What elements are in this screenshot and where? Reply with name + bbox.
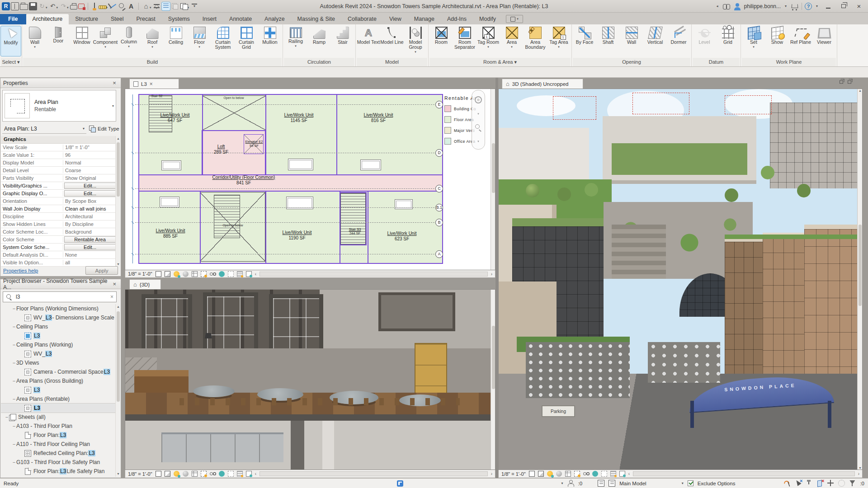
- type-dropdown-chevron-icon[interactable]: ▾: [112, 104, 114, 108]
- property-row-visibility-graphics[interactable]: Visibility/Graphics ...Edit...: [1, 182, 117, 190]
- zoom-icon[interactable]: [475, 124, 482, 131]
- grid-bubble-b-1[interactable]: B.1: [435, 204, 443, 211]
- properties-help-link[interactable]: Properties help: [3, 268, 38, 273]
- redo-icon[interactable]: ↷: [59, 2, 67, 10]
- browser-item-g103-third-floor-life-safety-plan[interactable]: −G103 - Third Floor Life Safety Plan: [1, 458, 115, 467]
- ribbon-button-work-plane-viewer[interactable]: Viewer: [812, 25, 836, 57]
- sun-settings-icon[interactable]: [174, 271, 179, 277]
- property-edit-button[interactable]: Rentable Area: [64, 236, 116, 243]
- room-label-live-work-unit-647-sf[interactable]: Live/Work Unit647 SF: [160, 113, 190, 123]
- reveal-constraints-icon[interactable]: [619, 471, 625, 477]
- ribbon-button-room-area-area[interactable]: Area▾: [500, 25, 524, 57]
- property-row-display-model[interactable]: Display ModelNormal: [1, 159, 117, 167]
- navigation-bar[interactable]: ▾ ▾: [472, 90, 485, 150]
- ribbon-button-datum-level[interactable]: Level: [693, 25, 716, 57]
- property-row-parts-visibility[interactable]: Parts VisibilityShow Original: [1, 174, 117, 182]
- browser-item-camera-commercial-space-l3[interactable]: Camera - Commercial Space L3: [1, 367, 115, 376]
- property-edit-button[interactable]: Edit...: [64, 183, 116, 189]
- property-value[interactable]: By Scope Box: [63, 198, 117, 204]
- save-icon[interactable]: [29, 2, 37, 10]
- property-row-wall-join-display[interactable]: Wall Join DisplayClean all wall joins: [1, 205, 117, 213]
- browser-item-3d-views[interactable]: −3D Views: [1, 358, 115, 367]
- property-row-graphic-display-o[interactable]: Graphic Display O...Edit...: [1, 190, 117, 197]
- panel-label-work-plane[interactable]: Work Plane: [742, 58, 836, 66]
- browser-search-box[interactable]: l3 ×: [3, 291, 117, 302]
- visual-style-icon[interactable]: [165, 271, 170, 277]
- scroll-right-icon[interactable]: ›: [491, 272, 492, 277]
- print-setup-icon[interactable]: [78, 4, 85, 9]
- customize-qat-icon[interactable]: ▾: [190, 2, 198, 10]
- crop-view-icon[interactable]: [192, 471, 198, 477]
- ribbon-button-opening-wall[interactable]: Wall: [620, 25, 643, 57]
- ribbon-button-work-plane-ref-plane[interactable]: Ref Plane: [789, 25, 812, 57]
- grid-bubble-c[interactable]: C: [435, 185, 443, 192]
- collapse-icon[interactable]: −: [12, 360, 16, 366]
- ribbon-button-build-ceiling[interactable]: Ceiling: [164, 25, 188, 57]
- selection-set-icon[interactable]: [838, 480, 845, 487]
- close-inactive-icon[interactable]: [171, 2, 179, 10]
- ribbon-button-opening-by-face[interactable]: By Face: [573, 25, 596, 57]
- ribbon-button-work-plane-set[interactable]: Set▾: [742, 25, 765, 57]
- temporary-hide-isolate-icon[interactable]: [219, 471, 225, 477]
- property-edit-button[interactable]: Edit...: [64, 244, 116, 250]
- analytical-model-icon[interactable]: [237, 471, 243, 477]
- detail-level-icon[interactable]: [529, 471, 535, 477]
- property-value[interactable]: 96: [63, 152, 117, 158]
- collapse-icon[interactable]: −: [12, 378, 16, 384]
- ribbon-button-build-column[interactable]: Column▾: [117, 25, 141, 57]
- thin-lines-icon[interactable]: [162, 2, 170, 10]
- show-crop-region-icon[interactable]: [574, 471, 580, 477]
- property-value[interactable]: Coarse: [63, 168, 117, 173]
- measure-icon[interactable]: [99, 5, 107, 9]
- temporary-view-properties-icon[interactable]: [228, 471, 234, 477]
- properties-header[interactable]: Properties ×: [0, 78, 121, 88]
- horizontal-scrollbar[interactable]: [259, 272, 488, 277]
- property-row-visible-in-option[interactable]: Visible In Option...all: [1, 259, 117, 267]
- ribbon-tab-add-ins[interactable]: Add-Ins: [441, 14, 473, 24]
- crop-view-icon[interactable]: [565, 471, 571, 477]
- property-value[interactable]: Architectural: [63, 214, 117, 219]
- detail-level-icon[interactable]: [156, 271, 161, 277]
- scroll-up-icon[interactable]: ▲: [116, 304, 121, 310]
- collapse-icon[interactable]: −: [12, 460, 16, 465]
- ribbon-button-build-mullion[interactable]: Mullion: [258, 25, 282, 57]
- apply-button[interactable]: Apply: [85, 266, 118, 275]
- aligned-dimension-icon[interactable]: [109, 2, 117, 10]
- panel-label-circulation[interactable]: Circulation: [284, 58, 354, 66]
- ribbon-tab-view[interactable]: View: [383, 14, 408, 24]
- design-options-chevron-icon[interactable]: ▾: [682, 481, 684, 485]
- browser-scrollbar[interactable]: ▲ ▼: [115, 304, 120, 477]
- app-store-cart-icon[interactable]: [791, 2, 799, 10]
- graphics-section-header[interactable]: Graphics: [1, 136, 117, 144]
- browser-item-a103-third-floor-plan[interactable]: −A103 - Third Floor Plan: [1, 422, 115, 431]
- horizontal-scrollbar[interactable]: [633, 471, 855, 476]
- section-icon[interactable]: ◇: [153, 2, 161, 10]
- print-icon[interactable]: [70, 5, 77, 9]
- exterior-3d-view[interactable]: Parking SNOWDON PLACE ▲ ▼: [498, 89, 863, 470]
- clear-search-icon[interactable]: ×: [110, 294, 113, 300]
- active-design-option[interactable]: Main Model: [619, 481, 646, 486]
- reveal-constraints-icon[interactable]: [246, 271, 252, 277]
- user-avatar-icon[interactable]: [733, 2, 741, 10]
- search-icon[interactable]: [722, 2, 731, 10]
- design-options-list-icon[interactable]: [598, 480, 604, 487]
- close-button[interactable]: ×: [853, 2, 865, 11]
- reveal-hidden-elements-icon[interactable]: [210, 471, 216, 477]
- scrollbar-thumb[interactable]: [859, 225, 862, 306]
- property-value[interactable]: Show Original: [63, 175, 117, 181]
- modify-options-pill[interactable]: ▾: [506, 15, 523, 23]
- grid-bubble-d[interactable]: D: [435, 149, 443, 157]
- reveal-constraints-icon[interactable]: [246, 471, 252, 477]
- property-row-scale-value-1[interactable]: Scale Value 1:96: [1, 151, 117, 159]
- scroll-right-icon[interactable]: ›: [858, 471, 859, 476]
- open-icon[interactable]: [20, 4, 28, 10]
- property-row-color-scheme-loc[interactable]: Color Scheme Loc...Background: [1, 228, 117, 236]
- property-value[interactable]: By Discipline: [63, 221, 117, 227]
- edit-type-button[interactable]: Edit Type: [89, 126, 119, 132]
- property-value[interactable]: Clean all wall joins: [63, 206, 117, 211]
- property-row-detail-level[interactable]: Detail LevelCoarse: [1, 167, 117, 174]
- shadows-icon[interactable]: [556, 471, 562, 477]
- drag-on-selection-icon[interactable]: [827, 480, 834, 487]
- search-input-value[interactable]: l3: [16, 294, 20, 300]
- exclude-options-checkbox[interactable]: [688, 480, 693, 486]
